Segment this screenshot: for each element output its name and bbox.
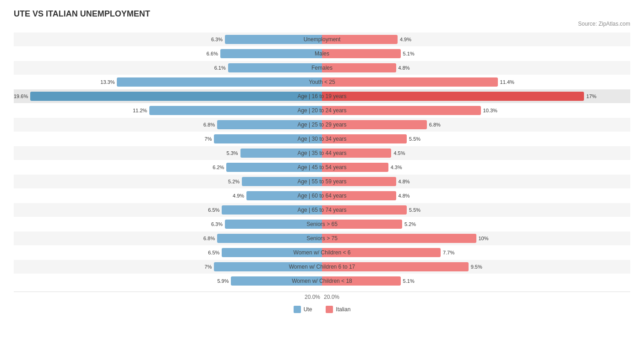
chart-row: 7% Age | 30 to 34 years 5.5% [14,132,630,146]
chart-row: 6.3% Seniors > 65 5.2% [14,217,630,231]
axis-left-label: 20.0% [14,294,322,300]
italian-bar [322,120,427,129]
left-half: 13.3% [14,76,322,88]
left-half: 6.1% [14,62,322,74]
right-half: 5.5% [322,133,630,145]
italian-value: 11.4% [498,79,514,85]
right-half: 9.5% [322,261,630,273]
chart-rows: 6.3% Unemployment 4.9% 6.6% Males 5.1% 6… [14,33,630,288]
chart-row: 7% Women w/ Children 6 to 17 9.5% [14,260,630,274]
ute-bar [117,77,322,87]
chart-row: 5.3% Age | 35 to 44 years 4.5% [14,146,630,160]
right-half: 6.8% [322,119,630,131]
ute-bar [226,163,322,172]
ute-value: 6.6% [207,51,220,56]
ute-value: 6.2% [213,165,226,170]
chart-row: 4.9% Age | 60 to 64 years 4.8% [14,189,630,203]
ute-bar [242,177,322,186]
italian-value: 5.5% [407,136,420,142]
ute-value: 5.9% [217,278,231,284]
left-half: 19.6% [14,90,322,102]
right-half: 5.1% [322,275,630,287]
italian-bar [322,262,469,271]
legend-italian: Italian [326,306,350,313]
left-half: 11.2% [14,105,322,116]
italian-value: 4.9% [398,37,411,42]
source-label: Source: ZipAtlas.com [14,21,630,27]
chart-row: 5.9% Women w/ Children < 18 5.1% [14,274,630,288]
italian-value: 4.8% [396,193,410,198]
ute-value: 7% [205,136,214,142]
chart-title: UTE VS ITALIAN UNEMPLOYMENT [14,9,630,19]
ute-value: 13.3% [100,79,117,85]
left-half: 6.6% [14,48,322,60]
ute-bar [246,191,322,200]
right-half: 5.2% [322,218,630,230]
chart-row: 11.2% Age | 20 to 24 years 10.3% [14,104,630,117]
legend-italian-box [326,306,333,313]
ute-value: 6.5% [208,207,222,213]
italian-value: 9.5% [469,264,482,270]
italian-bar [322,163,388,172]
italian-bar [322,77,498,87]
ute-value: 7% [205,264,214,270]
chart-area: 6.3% Unemployment 4.9% 6.6% Males 5.1% 6… [14,33,630,313]
italian-value: 5.1% [401,278,415,284]
ute-value: 5.3% [227,150,240,156]
left-half: 4.9% [14,190,322,202]
ute-value: 6.3% [211,37,225,42]
ute-value: 6.3% [211,221,225,227]
left-half: 7% [14,133,322,145]
right-half: 5.5% [322,204,630,216]
chart-row: 6.5% Age | 65 to 74 years 5.5% [14,203,630,217]
left-half: 6.3% [14,33,322,45]
ute-bar [228,63,322,72]
ute-value: 5.2% [228,179,242,184]
italian-bar [322,234,476,243]
italian-bar [322,205,407,215]
right-half: 4.8% [322,62,630,74]
left-half: 6.8% [14,119,322,131]
ute-value: 11.2% [133,108,149,113]
left-half: 6.8% [14,232,322,244]
ute-bar [220,49,322,58]
left-half: 7% [14,261,322,273]
italian-bar [322,248,441,257]
left-half: 6.2% [14,161,322,173]
italian-value: 5.1% [401,51,415,56]
legend-ute-box [294,306,301,313]
right-half: 4.8% [322,176,630,187]
chart-row: 6.8% Seniors > 75 10% [14,231,630,245]
right-half: 7.7% [322,247,630,259]
italian-value: 10% [476,236,489,241]
ute-bar [217,120,322,129]
right-half: 4.9% [322,33,630,45]
italian-bar [322,63,396,72]
chart-row: 6.5% Women w/ Children < 6 7.7% [14,246,630,259]
ute-bar [225,220,322,229]
italian-bar [322,35,398,44]
right-half: 11.4% [322,76,630,88]
italian-bar [322,49,401,58]
italian-value: 4.3% [388,165,402,170]
italian-bar [322,220,402,229]
left-half: 5.9% [14,275,322,287]
chart-row: 6.3% Unemployment 4.9% [14,33,630,46]
left-half: 6.5% [14,247,322,259]
italian-bar [322,134,407,143]
ute-bar [214,134,322,143]
left-half: 5.2% [14,176,322,187]
right-half: 10% [322,232,630,244]
ute-bar [225,35,322,44]
italian-bar [322,191,396,200]
chart-row: 13.3% Youth < 25 11.4% [14,75,630,89]
left-half: 6.3% [14,218,322,230]
chart-row: 6.8% Age | 25 to 29 years 6.8% [14,118,630,132]
ute-bar [240,149,322,158]
legend: Ute Italian [14,306,630,313]
italian-value: 6.8% [427,122,441,127]
ute-value: 4.9% [233,193,246,198]
italian-bar [322,276,401,286]
ute-value: 6.8% [203,122,217,127]
right-half: 4.8% [322,190,630,202]
